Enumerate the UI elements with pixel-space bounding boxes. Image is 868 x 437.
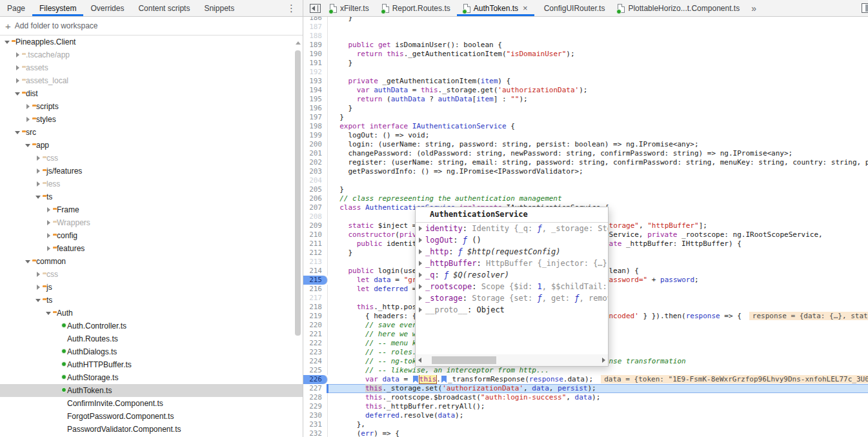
tree-folder-ts[interactable]: ts [0,294,303,307]
popup-property-proto[interactable]: __proto__: Object [416,304,608,316]
chevron-expanded-icon[interactable] [35,194,41,200]
tree-folder-wrappers[interactable]: Wrappers [0,216,303,229]
panel-tab-content-scripts[interactable]: Content scripts [131,0,197,16]
line-number[interactable]: 186 [303,17,328,23]
line-number[interactable]: 218 [303,303,328,312]
code-line-196[interactable]: 196 } [303,104,868,113]
file-tab-configuirouter.ts[interactable]: ConfigUIRouter.ts [534,0,612,16]
tree-folder-pineapples.client[interactable]: Pineapples.Client [0,36,303,48]
line-number[interactable]: 219 [303,312,328,321]
tree-folder-app[interactable]: app [0,139,303,152]
line-number[interactable]: 211 [303,239,328,249]
line-number[interactable]: 191 [303,59,328,68]
tree-file-authhttpbuffer.ts[interactable]: AuthHTTPBuffer.ts [0,358,303,371]
tree-file-authtoken.ts[interactable]: AuthToken.ts [0,384,303,397]
line-number[interactable]: 200 [303,140,328,149]
breakpoint-line-number[interactable]: 226 [303,375,328,384]
popup-property-httpBuffer[interactable]: _httpBuffer: HttpBuffer {_injector: {…},… [416,258,608,269]
file-tab-report.routes.ts[interactable]: Report.Routes.ts [376,0,457,16]
popup-scrollbar-thumb[interactable] [432,356,496,364]
tree-folder-assets[interactable]: assets [0,61,303,74]
expand-arrow-icon[interactable] [419,249,422,254]
line-number[interactable]: 224 [303,357,328,366]
code-line-200[interactable]: 200 login: (userName: string, password: … [303,140,868,149]
tree-file-authstorage.ts[interactable]: AuthStorage.ts [0,371,303,384]
tree-folder-scripts[interactable]: scripts [0,100,303,113]
code-line-205[interactable]: 205 } [303,185,868,194]
code-line-228[interactable]: 228 this._rootscope.$broadcast("auth:log… [303,393,868,402]
breakpoint-line-number[interactable]: 215 [303,276,328,285]
line-number[interactable]: 198 [303,122,328,131]
line-number[interactable]: 223 [303,348,328,357]
chevron-collapsed-icon[interactable] [35,271,41,278]
line-number[interactable]: 222 [303,339,328,348]
line-number[interactable]: 193 [303,77,328,86]
popup-horizontal-scrollbar[interactable] [416,354,608,366]
code-line-229[interactable]: 229 this._httpBuffer.retryAll(); [303,402,868,411]
tree-folder-config[interactable]: config [0,229,303,242]
line-number[interactable]: 216 [303,285,328,294]
popup-property-http[interactable]: _http: ƒ $http(requestConfig) [416,246,608,258]
tree-file-passwordvalidator.component.ts[interactable]: PasswordValidator.Component.ts [0,423,303,436]
code-line-231[interactable]: 231 }, [303,420,868,429]
tree-folder-src[interactable]: src [0,126,303,139]
chevron-expanded-icon[interactable] [14,90,21,97]
tree-file-confirminvite.component.ts[interactable]: ConfirmInvite.Component.ts [0,397,303,410]
tree-folder-common[interactable]: common [0,255,303,268]
code-line-225[interactable]: 225 // -- likewise, an interceptor from … [303,366,868,375]
popup-property-logOut[interactable]: logOut: ƒ () [416,234,608,246]
line-number[interactable]: 197 [303,113,328,122]
popup-property-identity[interactable]: identity: Identity {_q: ƒ, _storage: Sto… [416,223,608,234]
inline-breakpoint-marker-icon[interactable] [441,376,447,383]
line-number[interactable]: 189 [303,41,328,50]
line-number[interactable]: 207 [303,203,328,212]
chevron-expanded-icon[interactable] [4,39,10,45]
tree-folder-ts[interactable]: ts [0,190,303,203]
sidebar-scrollbar[interactable] [294,39,301,437]
code-line-232[interactable]: 232 (err) => { [303,429,868,437]
expand-arrow-icon[interactable] [419,284,422,289]
popup-property-q[interactable]: _q: ƒ $Q(resolver) [416,269,608,281]
panel-tab-filesystem[interactable]: Filesystem [32,0,83,16]
code-line-197[interactable]: 197 } [303,113,868,122]
expand-arrow-icon[interactable] [419,272,422,278]
line-number[interactable]: 228 [303,393,328,402]
code-line-188[interactable]: 188 [303,32,868,41]
tree-file-authdialogs.ts[interactable]: AuthDialogs.ts [0,345,303,358]
line-number[interactable]: 225 [303,366,328,375]
code-line-198[interactable]: 198 export interface IAuthenticationServ… [303,122,868,131]
expand-arrow-icon[interactable] [419,261,422,266]
line-number[interactable]: 205 [303,185,328,194]
line-number[interactable]: 204 [303,176,328,185]
tree-folder-dist[interactable]: dist [0,87,303,100]
code-line-204[interactable]: 204 [303,176,868,185]
line-number[interactable]: 221 [303,330,328,339]
tree-file-auth.routes.ts[interactable]: Auth.Routes.ts [0,332,303,345]
chevron-collapsed-icon[interactable] [25,103,31,110]
line-number[interactable]: 192 [303,68,328,77]
panel-tab-snippets[interactable]: Snippets [197,0,241,16]
line-number[interactable]: 195 [303,95,328,104]
chevron-collapsed-icon[interactable] [45,245,52,252]
expand-arrow-icon[interactable] [419,307,422,312]
file-tab-xfilter.ts[interactable]: xFilter.ts [323,0,376,16]
chevron-collapsed-icon[interactable] [45,207,52,213]
panel-tab-overrides[interactable]: Overrides [83,0,131,16]
chevron-collapsed-icon[interactable] [25,116,31,123]
line-number[interactable]: 194 [303,86,328,95]
line-number[interactable]: 212 [303,249,328,258]
line-number[interactable]: 196 [303,104,328,113]
line-number[interactable]: 187 [303,23,328,32]
line-number[interactable]: 232 [303,429,328,437]
chevron-collapsed-icon[interactable] [14,77,21,84]
chevron-expanded-icon[interactable] [25,142,31,148]
line-number[interactable]: 201 [303,149,328,158]
line-number[interactable]: 230 [303,411,328,420]
code-line-206[interactable]: 206 // class represeenting the authentic… [303,194,868,203]
tree-folder-css[interactable]: css [0,152,303,165]
popup-property-rootscope[interactable]: _rootscope: Scope {$id: 1, $$childTail: … [416,281,608,292]
code-line-199[interactable]: 199 logOut: () => void; [303,131,868,140]
tree-folder-features[interactable]: features [0,242,303,255]
line-number[interactable]: 199 [303,131,328,140]
line-number[interactable]: 202 [303,158,328,167]
